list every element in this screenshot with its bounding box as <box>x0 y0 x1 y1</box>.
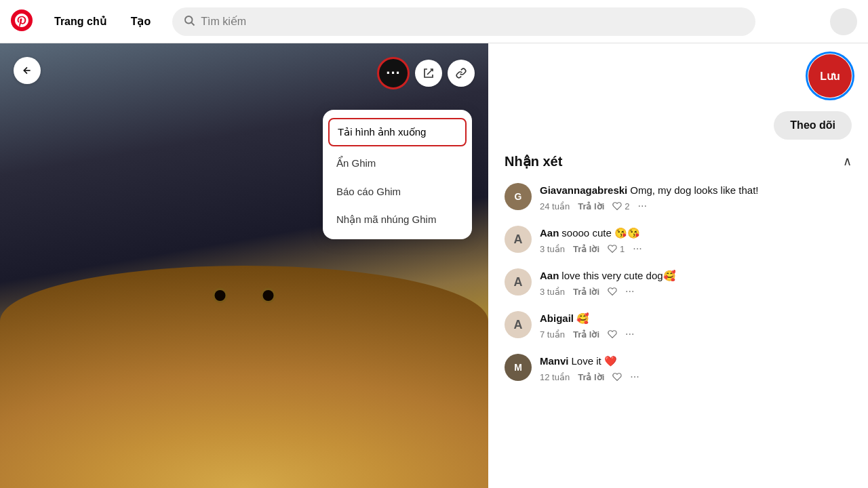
comment-item: A Aanlove this very cute dog🥰 3 tuần Trả… <box>505 268 852 298</box>
comment-reply-4[interactable]: Trả lời <box>573 329 599 340</box>
comment-body-3: Aanlove this very cute dog🥰 3 tuần Trả l… <box>540 268 852 298</box>
dog-eye-right <box>263 290 274 301</box>
comment-time-2: 3 tuần <box>540 244 565 254</box>
collapse-comments-button[interactable]: ∧ <box>843 154 852 169</box>
svg-point-1 <box>185 16 193 24</box>
comment-body-5: ManviLove it ❤️ 12 tuần Trả lời ··· <box>540 354 852 383</box>
comment-text-5: ManviLove it ❤️ <box>540 354 852 368</box>
back-button[interactable] <box>14 57 41 84</box>
comment-body-4: Abigail🥰 7 tuần Trả lời ··· <box>540 311 852 340</box>
comment-content-5: Love it ❤️ <box>572 355 617 367</box>
svg-point-0 <box>11 9 33 31</box>
comment-avatar-abigail[interactable]: A <box>505 311 532 338</box>
comment-item: M ManviLove it ❤️ 12 tuần Trả lời ··· <box>505 354 852 383</box>
comment-username-5: Manvi <box>540 355 569 367</box>
comment-avatar-aan-1[interactable]: A <box>505 226 532 253</box>
comments-title: Nhận xét <box>505 153 562 169</box>
comment-username-1: Giavannagabreski <box>540 184 627 196</box>
comments-header: Nhận xét ∧ <box>505 145 852 178</box>
comment-meta-4: 7 tuần Trả lời ··· <box>540 328 852 340</box>
comment-like-count-2: 1 <box>620 244 625 254</box>
search-bar[interactable] <box>172 7 755 36</box>
main-nav: Trang chủ Tạo <box>43 9 161 33</box>
nav-trang-chu[interactable]: Trang chủ <box>43 9 117 33</box>
link-button[interactable] <box>448 60 475 87</box>
search-icon <box>183 14 195 29</box>
comment-body-1: GiavannagabreskiOmg, my dog looks like t… <box>540 183 852 212</box>
comment-time-5: 12 tuần <box>540 372 570 382</box>
nav-tao[interactable]: Tạo <box>120 9 162 33</box>
comment-time-4: 7 tuần <box>540 329 565 340</box>
dropdown-item-bao-cao-ghim[interactable]: Báo cáo Ghim <box>323 178 472 205</box>
comment-more-1[interactable]: ··· <box>638 200 647 212</box>
dog-eye-left <box>215 290 226 301</box>
comment-time-1: 24 tuần <box>540 201 570 211</box>
comment-meta-2: 3 tuần Trả lời 1 ··· <box>540 243 852 255</box>
comment-text-4: Abigail🥰 <box>540 311 852 325</box>
comment-more-5[interactable]: ··· <box>630 371 639 383</box>
svg-line-2 <box>192 22 195 25</box>
dog-eyes <box>215 290 274 301</box>
comment-content-2: soooo cute 😘😘 <box>561 227 640 239</box>
comment-meta-5: 12 tuần Trả lời ··· <box>540 371 852 383</box>
comment-more-4[interactable]: ··· <box>625 328 634 340</box>
save-button-wrapper: Lưu <box>808 54 852 98</box>
comment-avatar-manvi[interactable]: M <box>505 354 532 381</box>
share-button[interactable] <box>415 60 442 87</box>
comment-item: A Aansoooo cute 😘😘 3 tuần Trả lời 1 ··· <box>505 226 852 255</box>
comment-username-4: Abigail <box>540 312 574 324</box>
search-input[interactable] <box>201 16 745 28</box>
comment-time-3: 3 tuần <box>540 287 565 297</box>
comment-reply-2[interactable]: Trả lời <box>573 244 599 254</box>
dropdown-menu: Tải hình ảnh xuống Ẩn Ghim Báo cáo Ghim … <box>323 110 472 239</box>
dropdown-item-an-ghim[interactable]: Ẩn Ghim <box>323 149 472 178</box>
save-area: Lưu <box>488 43 868 108</box>
save-button-ring <box>806 52 854 100</box>
comment-item: G GiavannagabreskiOmg, my dog looks like… <box>505 183 852 212</box>
main-content: ··· Tải hình ảnh xuống Ẩn Ghim Báo cáo G… <box>0 43 868 488</box>
pinterest-logo[interactable] <box>11 9 33 34</box>
comment-meta-1: 24 tuần Trả lời 2 ··· <box>540 200 852 212</box>
comments-section: Nhận xét ∧ G GiavannagabreskiOmg, my dog… <box>488 145 868 488</box>
comment-text-3: Aanlove this very cute dog🥰 <box>540 268 852 283</box>
comment-avatar-giavanna[interactable]: G <box>505 183 532 210</box>
comment-reply-3[interactable]: Trả lời <box>573 287 599 297</box>
comment-avatar-aan-2[interactable]: A <box>505 268 532 296</box>
comment-reply-5[interactable]: Trả lời <box>578 372 604 382</box>
follow-button[interactable]: Theo dõi <box>774 111 852 140</box>
comment-content-1: Omg, my dog looks like that! <box>630 184 758 196</box>
theo-doi-area: Theo dõi <box>488 108 868 145</box>
dropdown-item-tai-hinh-anh[interactable]: Tải hình ảnh xuống <box>328 118 467 146</box>
comment-text-1: GiavannagabreskiOmg, my dog looks like t… <box>540 183 852 197</box>
comment-username-2: Aan <box>540 227 559 239</box>
dropdown-item-nhan-ma[interactable]: Nhận mã nhúng Ghim <box>323 205 472 234</box>
comment-like-4[interactable] <box>608 329 617 339</box>
comment-more-2[interactable]: ··· <box>633 243 642 255</box>
image-area: ··· Tải hình ảnh xuống Ẩn Ghim Báo cáo G… <box>0 43 488 488</box>
more-dots-icon: ··· <box>386 64 400 82</box>
comment-content-3: love this very cute dog🥰 <box>561 270 675 281</box>
user-avatar[interactable] <box>830 8 857 35</box>
comment-username-3: Aan <box>540 270 559 281</box>
comment-like-2[interactable]: 1 <box>608 244 625 254</box>
comment-like-count-1: 2 <box>625 201 629 211</box>
comment-body-2: Aansoooo cute 😘😘 3 tuần Trả lời 1 ··· <box>540 226 852 255</box>
comment-like-3[interactable] <box>608 287 617 296</box>
comment-meta-3: 3 tuần Trả lời ··· <box>540 285 852 298</box>
image-actions: ··· Tải hình ảnh xuống Ẩn Ghim Báo cáo G… <box>377 57 475 89</box>
right-panel: Lưu Theo dõi Nhận xét ∧ G Giavannagabres… <box>488 43 868 488</box>
comment-like-5[interactable] <box>612 372 622 382</box>
comment-more-3[interactable]: ··· <box>625 285 634 298</box>
comment-like-1[interactable]: 2 <box>612 201 629 211</box>
comment-reply-1[interactable]: Trả lời <box>578 201 604 211</box>
comment-item: A Abigail🥰 7 tuần Trả lời ··· <box>505 311 852 340</box>
header: Trang chủ Tạo <box>0 0 868 43</box>
more-options-button[interactable]: ··· <box>377 57 410 89</box>
more-btn-container: ··· Tải hình ảnh xuống Ẩn Ghim Báo cáo G… <box>377 57 410 89</box>
comment-text-2: Aansoooo cute 😘😘 <box>540 226 852 240</box>
comment-content-4: 🥰 <box>576 312 589 324</box>
